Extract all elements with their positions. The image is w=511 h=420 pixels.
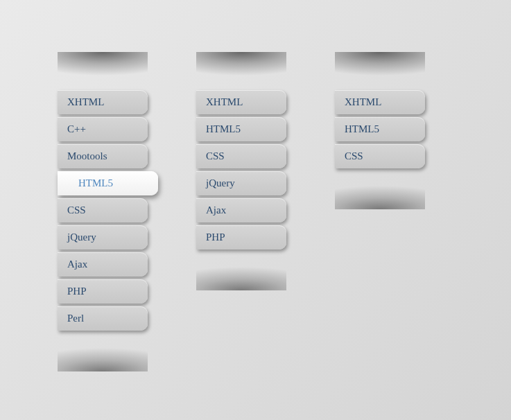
list-item-label: Mootools (67, 150, 107, 161)
list-item-label: CSS (345, 150, 363, 161)
list-item[interactable]: PHP (58, 279, 148, 304)
list-item[interactable]: XHTML (196, 90, 286, 114)
list-column-0: XHTML C++ Mootools HTML5 CSS jQuery Ajax… (58, 52, 148, 333)
list-item[interactable]: HTML5 (196, 117, 286, 141)
list-item-label: XHTML (67, 96, 104, 107)
list-item[interactable]: HTML5 (335, 117, 425, 141)
list-item-label: jQuery (206, 177, 235, 189)
list-item[interactable]: Ajax (196, 198, 286, 222)
list-item[interactable]: CSS (335, 144, 425, 168)
list-item-label: HTML5 (78, 177, 113, 189)
list-item[interactable]: Ajax (58, 252, 148, 277)
list-item[interactable]: jQuery (58, 225, 148, 250)
list-item[interactable]: CSS (196, 144, 286, 168)
list-item-label: Ajax (67, 259, 87, 270)
list-item[interactable]: XHTML (335, 90, 425, 114)
list-item[interactable]: XHTML (58, 90, 148, 114)
list-item[interactable]: Perl (58, 306, 148, 331)
list-item-label: XHTML (345, 96, 381, 107)
list-item-label: PHP (206, 231, 225, 243)
list-item-label: CSS (206, 150, 225, 161)
list-item-label: HTML5 (206, 123, 241, 134)
list-item-label: HTML5 (345, 123, 379, 134)
list-item[interactable]: PHP (196, 225, 286, 250)
list-item-label: Perl (67, 313, 84, 324)
list-item-label: Ajax (206, 204, 226, 216)
list-item[interactable]: CSS (58, 198, 148, 222)
list-column-2: XHTML HTML5 CSS (335, 52, 425, 171)
list-item-label: C++ (67, 123, 86, 134)
list-container: XHTML C++ Mootools HTML5 CSS jQuery Ajax… (0, 0, 511, 333)
list-item-label: XHTML (206, 96, 243, 107)
list-item-active[interactable]: HTML5 (58, 171, 158, 195)
list-column-1: XHTML HTML5 CSS jQuery Ajax PHP (196, 52, 286, 252)
list-item-label: PHP (67, 286, 87, 297)
list-item[interactable]: jQuery (196, 171, 286, 195)
list-item-label: jQuery (67, 231, 96, 243)
list-item[interactable]: Mootools (58, 144, 148, 168)
list-item[interactable]: C++ (58, 117, 148, 141)
list-item-label: CSS (67, 204, 86, 216)
